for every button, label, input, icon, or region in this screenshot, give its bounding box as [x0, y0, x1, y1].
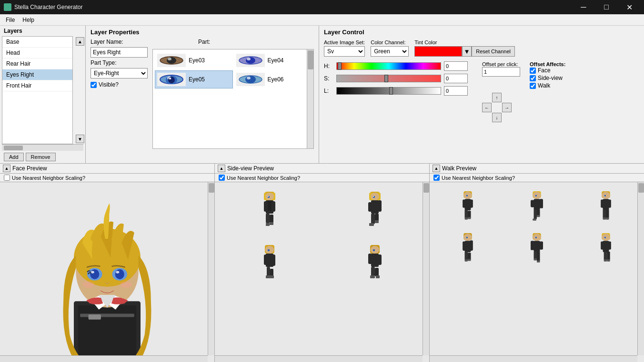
svg-rect-64: [268, 249, 270, 251]
walk-checkbox[interactable]: [530, 83, 536, 89]
layers-arrows: ▲ ▼: [75, 36, 85, 144]
part-eye05[interactable]: Eye05: [155, 70, 233, 88]
layers-hscroll[interactable]: [2, 144, 83, 151]
walk-preview-header-left: ▲ Walk Preview: [433, 165, 476, 172]
layer-up-button[interactable]: ▲: [76, 37, 84, 46]
parts-grid-container[interactable]: Eye03 Eye04: [152, 49, 314, 149]
l-value-input[interactable]: [444, 86, 468, 96]
svg-rect-72: [370, 275, 375, 278]
dir-left-button[interactable]: ←: [482, 103, 492, 112]
layer-item-eyes-right[interactable]: Eyes Right: [2, 69, 72, 80]
layer-item-base[interactable]: Base: [2, 37, 72, 48]
reset-channel-button[interactable]: Reset Channel: [472, 46, 515, 57]
visible-label: Visible?: [99, 81, 119, 88]
active-image-label: Active Image Set:: [324, 39, 365, 45]
svg-rect-84: [466, 195, 467, 196]
face-vscroll[interactable]: [208, 182, 214, 355]
layer-item-front-hair[interactable]: Front Hair: [2, 80, 72, 91]
sideview-checkbox[interactable]: [530, 75, 536, 81]
layer-item-head[interactable]: Head: [2, 48, 72, 59]
parts-vscroll[interactable]: [307, 49, 313, 148]
layers-list[interactable]: Base Head Rear Hair Eyes Right Front Hai…: [2, 36, 73, 144]
dir-right-button[interactable]: →: [502, 103, 512, 112]
face-preview-panel: ▲ Face Preview Use Nearest Neighbor Scal…: [0, 164, 215, 362]
eye04-svg: [236, 54, 265, 67]
face-nn-label: Use Nearest Neighbor Scaling?: [12, 175, 85, 181]
sideview-grid: [217, 187, 427, 294]
l-slider[interactable]: [336, 87, 441, 95]
sideview-nn-checkbox[interactable]: [219, 175, 225, 181]
walk-nn-checkbox[interactable]: [433, 175, 440, 181]
walk-scroll-up[interactable]: ▲: [433, 165, 440, 172]
menu-help[interactable]: Help: [19, 16, 38, 24]
walk-vscroll[interactable]: [637, 182, 644, 355]
sideview-scroll-up[interactable]: ▲: [218, 165, 225, 172]
walk-sprite-4: [435, 233, 500, 270]
svg-point-5: [247, 58, 251, 60]
layer-props-panel: Layer Properties Layer Name: Part: Part …: [86, 26, 319, 163]
offset-per-click-input[interactable]: [482, 67, 520, 77]
h-value-input[interactable]: [444, 61, 468, 71]
svg-rect-123: [537, 261, 540, 263]
visible-checkbox[interactable]: [91, 82, 97, 88]
face-nn-checkbox[interactable]: [4, 175, 10, 181]
svg-point-22: [90, 269, 99, 279]
walk-nn-row: Use Nearest Neighbor Scaling?: [430, 174, 644, 182]
dir-down-button[interactable]: ↓: [492, 113, 502, 122]
svg-rect-132: [604, 259, 607, 261]
part-eye04-thumb: [236, 54, 265, 67]
svg-rect-71: [375, 268, 379, 276]
color-channel-select[interactable]: Green Red Blue: [371, 46, 409, 57]
active-image-select[interactable]: Sv Face Walk: [324, 46, 365, 57]
part-eye06[interactable]: Eye06: [234, 70, 312, 88]
svg-rect-79: [470, 199, 473, 207]
svg-point-2: [168, 58, 171, 60]
layer-name-input[interactable]: [91, 47, 148, 58]
walk-sprite-1: [435, 191, 500, 228]
sideview-vscroll[interactable]: [423, 182, 429, 355]
s-slider[interactable]: [336, 75, 441, 82]
dir-up-button[interactable]: ↑: [492, 93, 502, 102]
part-eye05-label: Eye05: [189, 76, 205, 83]
minimize-button[interactable]: ─: [573, 0, 594, 14]
close-button[interactable]: ✕: [618, 0, 640, 14]
tint-color-dropdown[interactable]: ▼: [462, 46, 472, 57]
svg-rect-80: [464, 210, 468, 218]
face-character-art: [40, 184, 174, 360]
sideview-preview-header: ▲ Side-view Preview: [215, 164, 429, 174]
part-type-select[interactable]: Eye-Right Eye-Left Eyebrow: [91, 68, 148, 78]
svg-rect-133: [607, 259, 610, 261]
sideview-hscroll[interactable]: [215, 355, 423, 362]
maximize-button[interactable]: □: [595, 0, 617, 14]
layer-item-rear-hair[interactable]: Rear Hair: [2, 59, 72, 69]
part-eye06-thumb: [236, 73, 265, 86]
part-eye04[interactable]: Eye04: [234, 51, 312, 69]
svg-rect-102: [603, 217, 606, 219]
sideview-sprite-3: [221, 244, 318, 290]
walk-hscroll[interactable]: [430, 355, 637, 362]
layer-down-button[interactable]: ▼: [76, 135, 84, 143]
add-layer-button[interactable]: Add: [4, 153, 24, 161]
h-slider-row: H:: [324, 61, 468, 71]
face-hscroll[interactable]: [0, 355, 208, 362]
svg-point-13: [247, 77, 251, 79]
s-value-input[interactable]: [444, 74, 468, 83]
walk-label: Walk: [538, 82, 550, 89]
remove-layer-button[interactable]: Remove: [26, 153, 56, 161]
svg-rect-68: [368, 254, 372, 264]
svg-rect-93: [537, 215, 540, 217]
layer-name-row: Layer Name: Part:: [91, 39, 314, 45]
face-checkbox[interactable]: [530, 68, 536, 74]
svg-rect-37: [266, 214, 270, 223]
h-slider[interactable]: [336, 62, 441, 70]
menu-file[interactable]: File: [2, 16, 19, 24]
svg-rect-117: [533, 241, 540, 252]
tint-color-box[interactable]: [414, 46, 462, 57]
svg-point-25: [115, 269, 124, 279]
sideview-sprite-1: [221, 191, 318, 236]
svg-rect-47: [368, 202, 372, 212]
h-label: H:: [324, 63, 333, 69]
face-scroll-up[interactable]: ▲: [3, 165, 10, 172]
part-eye03[interactable]: Eye03: [155, 51, 233, 69]
svg-rect-118: [531, 241, 534, 250]
